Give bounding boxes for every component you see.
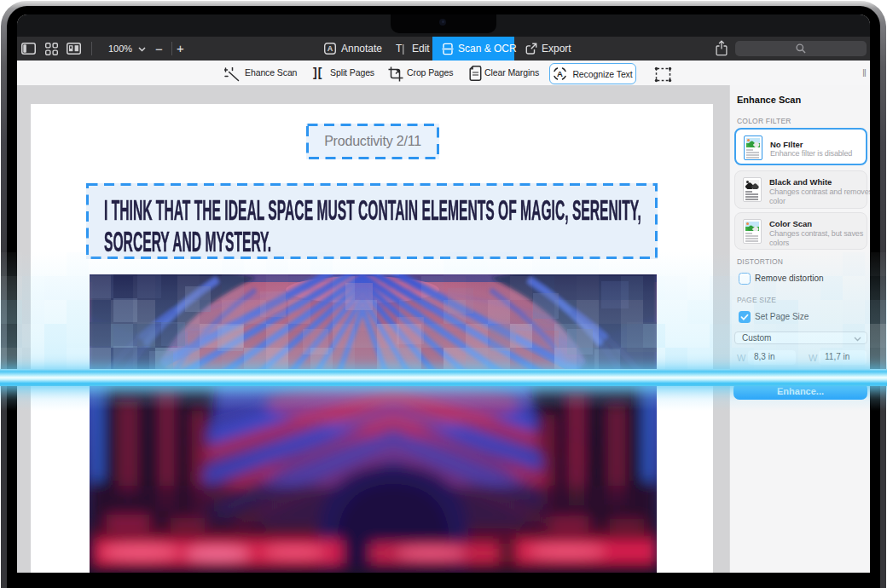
svg-text:A: A	[328, 44, 333, 53]
svg-text:A: A	[558, 69, 564, 78]
